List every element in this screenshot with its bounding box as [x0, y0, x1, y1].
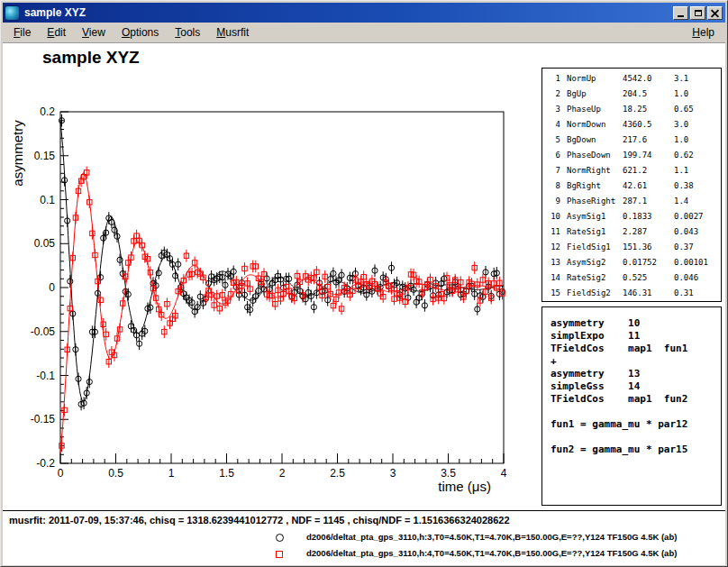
parameter-row: 3PhaseUp18.250.65 — [547, 102, 721, 117]
param-error: 0.31 — [674, 286, 721, 301]
param-value: 204.5 — [623, 87, 674, 102]
asymmetry-plot[interactable]: 00.511.522.533.54-0.2-0.15-0.1-0.0500.05… — [3, 43, 543, 512]
menu-item-help[interactable]: Help — [684, 23, 723, 41]
param-name: RateSig1 — [567, 224, 623, 240]
legend-label: d2006/deltat_pta_gps_3110,h:4,T0=4.50K,T… — [306, 548, 677, 558]
x-tick-label: 4 — [501, 467, 507, 480]
theory-line: fun2 = gamma_mu * par15 — [551, 444, 721, 456]
param-value: 0.525 — [623, 270, 674, 286]
parameter-row: 13AsymSig20.017520.00101 — [547, 255, 721, 270]
param-error: 3.1 — [674, 71, 721, 87]
param-number: 6 — [547, 148, 560, 163]
parameter-row: 12FieldSig1151.360.37 — [547, 240, 721, 255]
legend-row: d2006/deltat_pta_gps_3110,h:4,T0=4.50K,T… — [3, 547, 725, 562]
close-button[interactable] — [707, 6, 723, 20]
param-value: 4542.0 — [623, 71, 674, 87]
param-name: FieldSig2 — [567, 286, 623, 301]
fit-parameters-box: 1NormUp4542.03.12BgUp204.51.03PhaseUp18.… — [541, 68, 722, 302]
close-icon — [711, 9, 719, 17]
param-name: NormDown — [567, 117, 623, 133]
param-number: 10 — [547, 209, 560, 224]
param-value: 146.31 — [623, 286, 674, 301]
fit-info-line: musrfit: 2011-07-09, 15:37:46, chisq = 1… — [9, 515, 510, 526]
param-name: AsymSig2 — [567, 255, 623, 270]
param-error: 0.38 — [674, 178, 721, 194]
param-number: 2 — [547, 87, 560, 102]
y-tick-label: -0.1 — [36, 370, 55, 382]
param-name: PhaseDown — [567, 148, 623, 163]
param-value: 42.61 — [623, 178, 674, 194]
parameter-row: 1NormUp4542.03.1 — [547, 71, 721, 87]
titlebar[interactable]: sample XYZ — [3, 3, 725, 23]
param-error: 0.62 — [674, 148, 721, 163]
param-number: 3 — [547, 102, 560, 117]
param-value: 18.25 — [623, 102, 674, 117]
menu-item-file[interactable]: File — [5, 23, 39, 41]
param-error: 0.046 — [674, 270, 721, 286]
maximize-icon — [695, 10, 702, 16]
theory-line: asymmetry 13 — [551, 368, 721, 380]
y-tick-label: 0.05 — [34, 237, 56, 250]
parameter-row: 15FieldSig2146.310.31 — [547, 286, 721, 301]
param-name: AsymSig1 — [567, 209, 623, 224]
param-name: BgRight — [567, 178, 623, 194]
param-name: RateSig2 — [567, 270, 623, 286]
param-name: BgUp — [567, 87, 623, 102]
param-error: 0.65 — [674, 102, 721, 117]
x-tick-label: 2.5 — [330, 467, 345, 480]
y-tick-label: 0.2 — [40, 105, 55, 118]
y-tick-label: 0 — [49, 281, 55, 294]
param-value: 2.287 — [623, 224, 674, 240]
param-error: 0.043 — [674, 224, 721, 240]
x-tick-label: 0.5 — [108, 467, 123, 480]
param-number: 9 — [547, 194, 560, 209]
theory-line: asymmetry 10 — [551, 317, 721, 330]
y-axis-label: asymmetry — [10, 120, 25, 187]
x-tick-label: 1 — [168, 467, 175, 480]
legend-row: d2006/deltat_pta_gps_3110,h:3,T0=4.50K,T… — [3, 531, 725, 545]
param-error: 0.00101 — [674, 255, 721, 270]
parameter-row: 6PhaseDown199.740.62 — [547, 148, 721, 163]
app-icon — [5, 5, 20, 21]
minimize-button[interactable] — [673, 6, 688, 20]
param-number: 12 — [547, 240, 560, 255]
param-name: NormUp — [567, 71, 623, 87]
param-number: 13 — [547, 255, 560, 270]
theory-line: simpleGss 14 — [551, 380, 721, 393]
menu-left-group: FileEditViewOptionsToolsMusrfit — [5, 23, 257, 41]
y-tick-label: -0.05 — [31, 325, 56, 338]
param-error: 1.4 — [674, 194, 721, 209]
menu-item-edit[interactable]: Edit — [39, 23, 74, 41]
menu-item-tools[interactable]: Tools — [167, 23, 208, 41]
root-canvas[interactable]: sample XYZ 00.511.522.533.54-0.2-0.15-0.… — [3, 43, 725, 565]
theory-line: simplExpo 11 — [551, 330, 721, 343]
menu-item-musrfit[interactable]: Musrfit — [208, 23, 257, 41]
parameter-row: 7NormRight621.21.1 — [547, 163, 721, 178]
menu-item-options[interactable]: Options — [114, 23, 167, 41]
param-error: 0.37 — [674, 240, 721, 255]
param-number: 11 — [547, 224, 560, 240]
param-value: 217.6 — [623, 133, 674, 148]
param-error: 3.0 — [674, 117, 721, 133]
menu-item-view[interactable]: View — [74, 23, 114, 41]
param-name: PhaseUp — [567, 102, 623, 117]
theory-line — [551, 431, 721, 444]
parameter-row: 9PhaseRight287.11.4 — [547, 194, 721, 209]
param-value: 0.1833 — [623, 209, 674, 224]
square-marker-icon — [276, 551, 283, 558]
param-value: 4360.5 — [623, 117, 674, 133]
x-axis-label: time (μs) — [438, 479, 491, 494]
y-tick-label: -0.2 — [36, 457, 55, 470]
parameter-row: 4NormDown4360.53.0 — [547, 117, 721, 133]
plot-frame — [60, 112, 504, 463]
param-name: BgDown — [567, 133, 623, 148]
param-number: 7 — [547, 163, 560, 178]
window-controls — [673, 6, 723, 20]
parameter-row: 14RateSig20.5250.046 — [547, 270, 721, 286]
theory-box: asymmetry 10simplExpo 11TFieldCos map1 f… — [541, 306, 722, 506]
maximize-button[interactable] — [690, 6, 705, 20]
parameter-row: 2BgUp204.51.0 — [547, 87, 721, 102]
param-name: PhaseRight — [567, 194, 623, 209]
param-value: 151.36 — [623, 240, 674, 255]
param-value: 287.1 — [623, 194, 674, 209]
